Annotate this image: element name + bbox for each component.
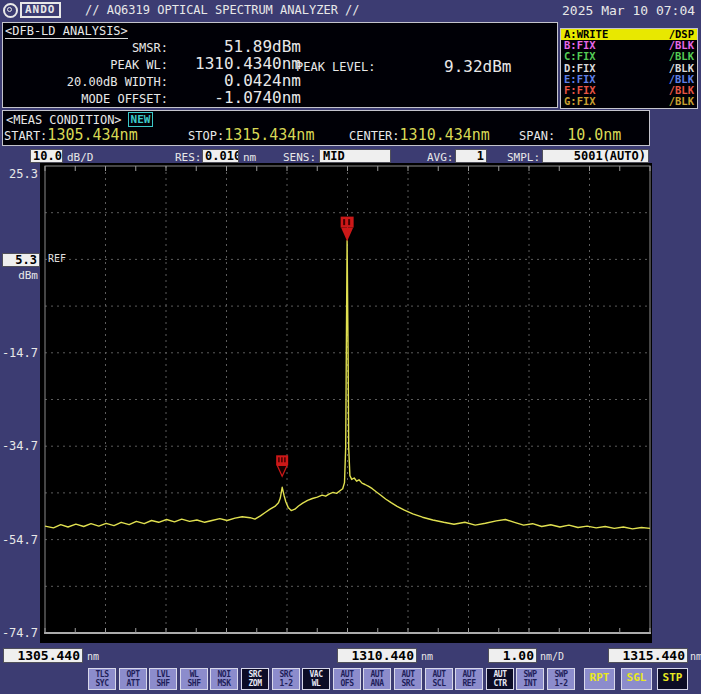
meas-field-value: 10.0nm <box>567 126 621 144</box>
softkey-vac-wl[interactable]: VACWL <box>302 668 330 690</box>
softkey-aut-ana[interactable]: AUTANA <box>363 668 391 690</box>
softkey-noi-msk[interactable]: NOIMSK <box>210 668 238 690</box>
softkey-swp-int[interactable]: SWPINT <box>516 668 544 690</box>
softkey-label-top: SRC <box>273 670 299 679</box>
softkey-label-top: SRC <box>242 670 268 679</box>
osa-screen: ANDO // AQ6319 OPTICAL SPECTRUM ANALYZER… <box>0 0 701 694</box>
softkey-label-top: AUT <box>395 670 421 679</box>
analysis-label: MODE OFFSET: <box>3 91 168 108</box>
x-center-box[interactable]: 1310.440 <box>337 648 417 663</box>
trace-display-mode: /BLK <box>669 96 694 107</box>
analysis-title: <DFB-LD ANALYSIS> <box>5 24 128 39</box>
y-axis-label: -14.7 <box>0 346 38 360</box>
softkey-label-top: AUT <box>364 670 390 679</box>
analysis-row: 20.00dB WIDTH:0.0424nm <box>3 72 301 89</box>
side-mode-marker <box>276 455 288 476</box>
softkey-tls-syc[interactable]: TLSSYC <box>88 668 116 690</box>
res-value-box[interactable]: 0.010 <box>202 149 239 163</box>
softkey-aut-ofs[interactable]: AUTOFS <box>333 668 361 690</box>
y-axis-label: -54.7 <box>0 533 38 547</box>
softkey-label-bottom: ZOM <box>242 679 268 688</box>
softkey-label-top: AUT <box>487 670 513 679</box>
trace-row-c[interactable]: C:FIX/BLK <box>561 51 697 62</box>
y-axis-label: -74.7 <box>0 626 38 640</box>
control-key-rpt[interactable]: RPT <box>584 668 615 690</box>
softkey-label-bottom: SYC <box>89 679 115 688</box>
analysis-value: 1310.4340nm <box>168 55 301 72</box>
marker-glyph <box>284 457 286 462</box>
trace-name: C:FIX <box>564 51 596 62</box>
x-start-box[interactable]: 1305.440 <box>3 648 83 663</box>
softkey-label-bottom: 1-2 <box>548 679 574 688</box>
softkey-label-bottom: SCL <box>426 679 452 688</box>
trace-row-g[interactable]: G:FIX/BLK <box>561 96 697 107</box>
y-axis-unit: dBm <box>2 269 38 282</box>
meas-field-value: 1310.434nm <box>400 126 490 144</box>
title-bar: ANDO // AQ6319 OPTICAL SPECTRUM ANALYZER… <box>0 0 701 20</box>
meas-title: <MEAS CONDITION> <box>6 113 122 127</box>
meas-field-label: STOP: <box>188 129 224 143</box>
trace-status-panel: A:WRITE/DSPB:FIX/BLKC:FIX/BLKD:FIX/BLKE:… <box>560 28 698 109</box>
control-key-stp[interactable]: STP <box>657 668 688 690</box>
marker-pointer <box>341 228 353 242</box>
marker-flag <box>341 217 354 228</box>
control-key-sgl[interactable]: SGL <box>621 668 652 690</box>
analysis-row: SMSR:51.89dBm <box>3 38 301 55</box>
smpl-value-box[interactable]: 5001(AUTO) <box>542 149 649 163</box>
analysis-value: 51.89dBm <box>168 38 301 55</box>
analysis-row: PEAK WL:1310.4340nm <box>3 55 301 72</box>
softkey-row: TLSSYCOPTATTLVLSHFWLSHFNOIMSKSRCZOMSRC1-… <box>0 668 701 691</box>
softkey-label-bottom: MSK <box>211 679 237 688</box>
softkey-wl-shf[interactable]: WLSHF <box>180 668 208 690</box>
meas-field: STOP:1315.434nm <box>188 126 314 144</box>
softkey-lvl-shf[interactable]: LVLSHF <box>149 668 177 690</box>
x-scale-box[interactable]: 1.00 <box>488 648 537 663</box>
softkey-label-top: LVL <box>150 670 176 679</box>
y-axis-label: -34.7 <box>0 439 38 453</box>
meas-field-value: 1305.434nm <box>47 126 137 144</box>
softkey-aut-src[interactable]: AUTSRC <box>394 668 422 690</box>
window-title: // AQ6319 OPTICAL SPECTRUM ANALYZER // <box>85 3 360 17</box>
softkey-aut-scl[interactable]: AUTSCL <box>425 668 453 690</box>
softkey-label-top: VAC <box>303 670 329 679</box>
marker-glyph <box>278 457 280 462</box>
softkey-label-top: WL <box>181 670 207 679</box>
datetime: 2025 Mar 10 07:04 <box>562 3 695 18</box>
softkey-src-zom[interactable]: SRCZOM <box>241 668 269 690</box>
avg-value-box[interactable]: 1 <box>455 149 487 163</box>
analysis-rows: SMSR:51.89dBmPEAK WL:1310.4340nm20.00dB … <box>3 38 301 106</box>
analysis-value: -1.0740nm <box>168 89 301 106</box>
softkey-aut-ctr[interactable]: AUTCTR <box>486 668 514 690</box>
ref-level-box[interactable]: 5.3 <box>2 253 40 267</box>
marker-pointer <box>277 465 287 476</box>
softkey-swp-1-2[interactable]: SWP1-2 <box>547 668 575 690</box>
softkey-label-top: NOI <box>211 670 237 679</box>
softkey-label-bottom: CTR <box>487 679 513 688</box>
softkey-aut-ref[interactable]: AUTREF <box>455 668 483 690</box>
softkey-label-bottom: SRC <box>395 679 421 688</box>
marker-glyph <box>281 457 283 462</box>
meas-field-label: CENTER: <box>349 129 400 143</box>
peak-level-label: PEAK LEVEL: <box>296 60 375 74</box>
marker-glyph <box>348 219 350 225</box>
softkey-label-bottom: INT <box>517 679 543 688</box>
sens-value-box[interactable]: MID <box>319 149 391 163</box>
new-badge: NEW <box>128 112 154 127</box>
softkey-src-1-2[interactable]: SRC1-2 <box>272 668 300 690</box>
softkey-label-bottom: WL <box>303 679 329 688</box>
softkey-label-bottom: 1-2 <box>273 679 299 688</box>
softkey-label-top: SWP <box>548 670 574 679</box>
trace-name: G:FIX <box>564 96 596 107</box>
analysis-label: SMSR: <box>3 40 168 57</box>
x-stop-box[interactable]: 1315.440 <box>608 648 688 663</box>
softkey-opt-att[interactable]: OPTATT <box>119 668 147 690</box>
meas-field-label: SPAN: <box>519 129 555 143</box>
meas-field: START:1305.434nm <box>4 126 138 144</box>
meas-condition-panel: <MEAS CONDITION> NEW START:1305.434nmSTO… <box>2 110 650 146</box>
analysis-label: 20.00dB WIDTH: <box>3 74 168 91</box>
softkey-label-bottom: REF <box>456 679 482 688</box>
scale-value-box[interactable]: 10.0 <box>30 149 63 163</box>
x-start-unit: nm <box>87 651 99 662</box>
peak-level-value: 9.32dBm <box>444 57 511 76</box>
trace-rows: A:WRITE/DSPB:FIX/BLKC:FIX/BLKD:FIX/BLKE:… <box>561 29 697 107</box>
